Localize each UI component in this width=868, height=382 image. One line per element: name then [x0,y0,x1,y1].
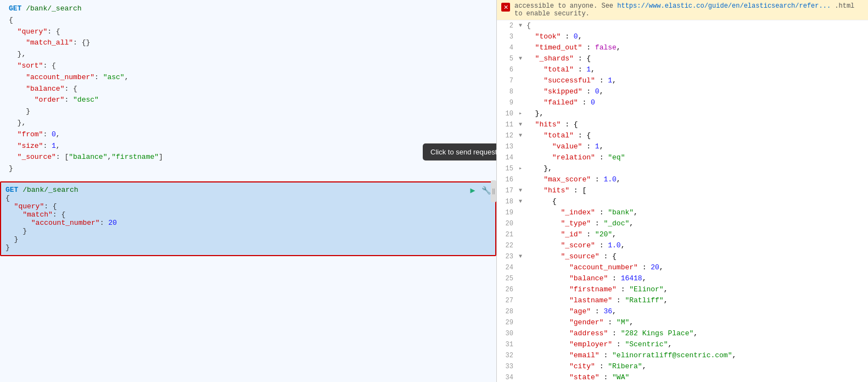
line-number: 14 [501,152,519,163]
collapse-arrow[interactable]: ▼ [519,53,527,64]
collapse-arrow [519,262,527,273]
collapse-arrow [519,328,527,339]
line-content: "city" : "Ribera", [527,361,646,372]
line-number: 17 [501,185,519,196]
line-content: "relation" : "eq" [527,152,625,163]
path-label: /bank/_search [26,4,81,13]
block-actions: ▶ 🔧 [468,186,491,196]
line-number: 24 [501,262,519,273]
collapse-arrow[interactable]: ▼ [519,196,527,207]
warning-link[interactable]: https://www.elastic.co/guide/en/elastics… [617,2,831,10]
line-number: 16 [501,174,519,185]
json-line: 3 "took" : 0, [497,31,868,42]
json-output: 2 ▼ { 3 "took" : 0, 4 "timed_out" : fals… [497,20,868,382]
line-content: "successful" : 1, [527,75,617,86]
json-line: 34 "state" : "WA" [497,372,868,382]
line-content: }, [527,163,552,174]
line-number: 8 [501,86,519,97]
line-content: "_id" : "20", [527,229,617,240]
collapse-arrow [519,218,527,229]
collapse-arrow[interactable]: ▼ [519,20,527,31]
line-number: 7 [501,75,519,86]
collapse-arrow [519,372,527,382]
line-content: "_index" : "bank", [527,207,638,218]
collapse-arrow [519,42,527,53]
json-line: 32 "email" : "elinorratliff@scentric.com… [497,350,868,361]
play-button[interactable]: ▶ [468,186,478,196]
line-number: 21 [501,229,519,240]
line-content: "skipped" : 0, [527,86,603,97]
json-line: 5 ▼ "_shards" : { [497,53,868,64]
json-line: 8 "skipped" : 0, [497,86,868,97]
close-button[interactable]: ✕ [501,3,510,12]
second-path-label: /bank/_search [23,186,78,194]
json-line: 18 ▼ { [497,196,868,207]
json-line: 22 "_score" : 1.0, [497,240,868,251]
line-content: }, [527,108,544,119]
collapse-arrow[interactable]: ▼ [519,130,527,141]
line-number: 2 [501,20,519,31]
line-number: 10 [501,108,519,119]
second-block-code: { "query": { "match": { "account_number"… [5,194,491,252]
line-content: "_score" : 1.0, [527,240,625,251]
settings-icon[interactable]: 🔧 [481,186,491,196]
json-line: 25 "balance" : 16418, [497,273,868,284]
line-number: 33 [501,361,519,372]
line-number: 13 [501,141,519,152]
collapse-arrow [519,306,527,317]
line-number: 22 [501,240,519,251]
line-content: "hits" : { [527,119,578,130]
collapse-arrow[interactable]: ▸ [519,108,527,119]
resize-handle[interactable]: ‖ [491,180,496,202]
collapse-arrow [519,97,527,108]
first-block-method-path: GET /bank/_search [9,3,492,15]
line-number: 20 [501,218,519,229]
json-line: 17 ▼ "hits" : [ [497,185,868,196]
line-number: 29 [501,317,519,328]
collapse-arrow[interactable]: ▸ [519,163,527,174]
json-line: 27 "lastname" : "Ratliff", [497,295,868,306]
line-number: 25 [501,273,519,284]
line-content: "state" : "WA" [527,372,629,382]
line-number: 23 [501,251,519,262]
collapse-arrow [519,64,527,75]
line-number: 19 [501,207,519,218]
json-line: 31 "employer" : "Scentric", [497,339,868,350]
line-content: "value" : 1, [527,141,603,152]
line-number: 15 [501,163,519,174]
collapse-arrow [519,273,527,284]
line-content: "lastname" : "Ratliff", [527,295,668,306]
second-code-block-selected[interactable]: GET /bank/_search { "query": { "match": … [0,181,496,256]
first-code-block: GET /bank/_search { "query": { "match_al… [0,0,496,178]
line-content: "took" : 0, [527,31,582,42]
collapse-arrow [519,141,527,152]
right-panel: ✕ accessible to anyone. See https://www.… [497,0,868,382]
line-content: "employer" : "Scentric", [527,339,672,350]
line-content: { [527,20,531,31]
collapse-arrow [519,361,527,372]
line-number: 34 [501,372,519,382]
line-number: 18 [501,196,519,207]
json-line: 24 "account_number" : 20, [497,262,868,273]
collapse-arrow [519,295,527,306]
line-content: "failed" : 0 [527,97,595,108]
line-content: "hits" : [ [527,185,586,196]
warning-text: accessible to anyone. See https://www.el… [514,2,864,18]
collapse-arrow [519,207,527,218]
json-line: 11 ▼ "hits" : { [497,119,868,130]
line-number: 4 [501,42,519,53]
line-number: 12 [501,130,519,141]
collapse-arrow [519,317,527,328]
collapse-arrow [519,152,527,163]
collapse-arrow[interactable]: ▼ [519,251,527,262]
line-content: "address" : "282 Kings Place", [527,328,698,339]
json-line: 14 "relation" : "eq" [497,152,868,163]
collapse-arrow [519,86,527,97]
line-content: "email" : "elinorratliff@scentric.com", [527,350,736,361]
json-line: 23 ▼ "_source" : { [497,251,868,262]
json-line: 26 "firstname" : "Elinor", [497,284,868,295]
collapse-arrow[interactable]: ▼ [519,119,527,130]
collapse-arrow[interactable]: ▼ [519,185,527,196]
collapse-arrow [519,31,527,42]
json-line: 29 "gender" : "M", [497,317,868,328]
